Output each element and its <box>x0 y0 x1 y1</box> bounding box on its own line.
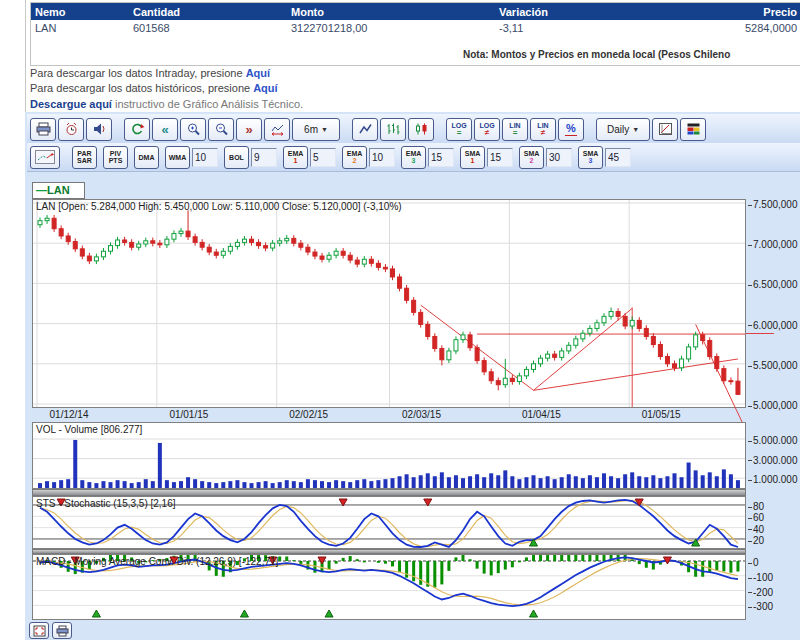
line-chart-type-button[interactable] <box>352 118 378 141</box>
macd-y-axis: 0-100-200-300 <box>748 555 800 619</box>
macd-tick-label: 0 <box>748 557 759 568</box>
price-tick-label: 5.500,000 <box>748 360 798 371</box>
page-left-border <box>25 0 26 112</box>
chart-colors-button[interactable] <box>680 118 706 141</box>
indicator-pivpts-button[interactable]: PIVPTS <box>103 146 128 169</box>
legend-label: LAN <box>47 184 70 196</box>
percent-scale-button[interactable]: % <box>558 118 584 141</box>
lin-scale-off-button[interactable]: LIN≠ <box>530 118 556 141</box>
quote-cell: 601568 <box>129 20 287 36</box>
stochastic-tick-label: 20 <box>748 535 764 546</box>
stochastic-tick-label: 40 <box>748 524 764 535</box>
indicator-bol-value-input[interactable] <box>251 148 277 167</box>
scroll-left-button[interactable]: « <box>152 118 178 141</box>
indicator-bol-button[interactable]: BOL <box>224 146 249 169</box>
bottom-toolbar <box>29 622 72 639</box>
stochastic-panel[interactable]: STS - Stochastic (15,3,5) [2,16] <box>32 496 746 549</box>
stochastic-y-axis: 80604020 <box>748 497 800 548</box>
quote-col-Monto: Monto <box>287 3 495 20</box>
date-tick-label: 02/02/15 <box>279 409 339 420</box>
macd-label: MACD - Moving Average Conv. Div. (12,26,… <box>36 556 278 567</box>
frequency-select[interactable]: Daily▼ <box>596 118 650 141</box>
log-scale-off-button[interactable]: LOG≠ <box>474 118 500 141</box>
price-tick-label: 6.500,000 <box>748 279 798 290</box>
indicator-wma-button[interactable]: WMA <box>165 146 190 169</box>
macd-tick-label: -100 <box>748 572 773 583</box>
price-tick-label: 6.000,000 <box>748 320 798 331</box>
scroll-right-button[interactable]: » <box>236 118 262 141</box>
volume-tick-label: 1.000.000 <box>748 474 798 485</box>
indicator-sma3-value-input[interactable] <box>605 148 631 167</box>
indicator-dma-button[interactable]: DMA <box>134 146 159 169</box>
print-button[interactable] <box>30 118 56 141</box>
stochastic-tick-label: 60 <box>748 512 764 523</box>
indicator-parsar-button[interactable]: PARSAR <box>72 146 97 169</box>
quote-cell: 3122701218,00 <box>287 20 495 36</box>
price-chart-panel[interactable]: LAN [Open: 5.284,000 High: 5.450,000 Low… <box>32 199 746 408</box>
indicator-ema2-value-input[interactable] <box>369 148 395 167</box>
intraday-download-link[interactable]: Aquí <box>246 67 270 79</box>
print-chart-button[interactable] <box>52 622 72 639</box>
date-axis: 01/12/1401/01/1502/02/1502/03/1501/04/15… <box>32 409 746 422</box>
main-toolbar: « » 6m▼ LOG= LOG≠ LIN= LIN≠ % Daily▼ <box>27 114 800 145</box>
refresh-button[interactable] <box>124 118 150 141</box>
quote-cell: -3,11 <box>495 20 703 36</box>
macd-tick-label: -200 <box>748 587 773 598</box>
indicator-ema1-value-input[interactable] <box>310 148 336 167</box>
draw-trendline-button[interactable] <box>30 146 60 169</box>
price-tick-label: 7.500,000 <box>748 199 798 210</box>
lin-scale-on-button[interactable]: LIN= <box>502 118 528 141</box>
date-tick-label: 01/05/15 <box>631 409 691 420</box>
stochastic-label: STS - Stochastic (15,3,5) [2,16] <box>36 498 176 509</box>
indicator-ema1-button[interactable]: EMA1 <box>283 146 308 169</box>
indicator-wma-value-input[interactable] <box>192 148 218 167</box>
period-select[interactable]: 6m▼ <box>292 118 340 141</box>
instructions-text: instructivo de Gráfico Análisis Técnico. <box>112 98 303 110</box>
indicator-ema2-button[interactable]: EMA2 <box>342 146 367 169</box>
panel-splitter-1[interactable] <box>32 489 746 496</box>
indicator-ema3-button[interactable]: EMA3 <box>401 146 426 169</box>
indicator-sma1-value-input[interactable] <box>487 148 513 167</box>
date-tick-label: 01/01/15 <box>159 409 219 420</box>
price-ohlc-readout: LAN [Open: 5.284,000 High: 5.450,000 Low… <box>36 201 402 212</box>
quote-col-Variación: Variación <box>495 3 703 20</box>
quote-cell: LAN <box>31 20 129 36</box>
indicator-sma1-button[interactable]: SMA1 <box>460 146 485 169</box>
candlestick-chart-type-button[interactable] <box>408 118 434 141</box>
log-scale-on-button[interactable]: LOG= <box>446 118 472 141</box>
range-button[interactable] <box>264 118 290 141</box>
macd-panel[interactable]: MACD - Moving Average Conv. Div. (12,26,… <box>32 554 746 620</box>
date-tick-label: 01/04/15 <box>511 409 571 420</box>
chart-region: « » 6m▼ LOG= LOG≠ LIN= LIN≠ % Daily▼ PAR… <box>25 112 800 640</box>
quote-col-Precio: Precio <box>703 3 800 20</box>
zoom-out-button[interactable] <box>208 118 234 141</box>
macd-tick-label: -300 <box>748 601 773 612</box>
volume-tick-label: 5.000.000 <box>748 435 798 446</box>
zoom-in-button[interactable] <box>180 118 206 141</box>
stock-chart-page: { "quote_table": { "headers": ["Nemo", "… <box>0 0 800 640</box>
ohlc-chart-type-button[interactable] <box>380 118 406 141</box>
sound-button[interactable] <box>86 118 112 141</box>
fullscreen-button[interactable] <box>29 622 49 639</box>
indicator-sma2-button[interactable]: SMA2 <box>519 146 544 169</box>
indicator-sma2-value-input[interactable] <box>546 148 572 167</box>
instructions-link[interactable]: Descargue aquí <box>30 98 112 110</box>
quote-col-Nemo: Nemo <box>31 3 129 20</box>
series-legend: —LAN <box>32 182 85 199</box>
chart-settings-button[interactable] <box>652 118 678 141</box>
alarm-clock-button[interactable] <box>58 118 84 141</box>
volume-panel[interactable]: VOL - Volume [806.277] <box>32 422 746 489</box>
historical-download-link[interactable]: Aquí <box>253 82 277 94</box>
price-tick-label: 5.000,000 <box>748 400 798 411</box>
quote-table: NemoCantidadMontoVariaciónPrecio LAN6015… <box>31 3 800 36</box>
stochastic-tick-label: 80 <box>748 501 764 512</box>
quote-cell: 5284,0000 <box>703 20 800 36</box>
indicator-ema3-value-input[interactable] <box>428 148 454 167</box>
indicator-sma3-button[interactable]: SMA3 <box>578 146 603 169</box>
quote-table-row: LAN6015683122701218,00-3,115284,0000 <box>31 20 800 36</box>
intraday-download-line: Para descargar los datos Intraday, presi… <box>30 67 270 79</box>
intraday-download-text: Para descargar los datos Intraday, presi… <box>30 67 246 79</box>
quote-panel: NemoCantidadMontoVariaciónPrecio LAN6015… <box>30 2 800 66</box>
quote-table-header-row: NemoCantidadMontoVariaciónPrecio <box>31 3 800 20</box>
price-y-axis: 7.500,0007.000,0006.500,0006.000,0005.50… <box>748 200 800 407</box>
